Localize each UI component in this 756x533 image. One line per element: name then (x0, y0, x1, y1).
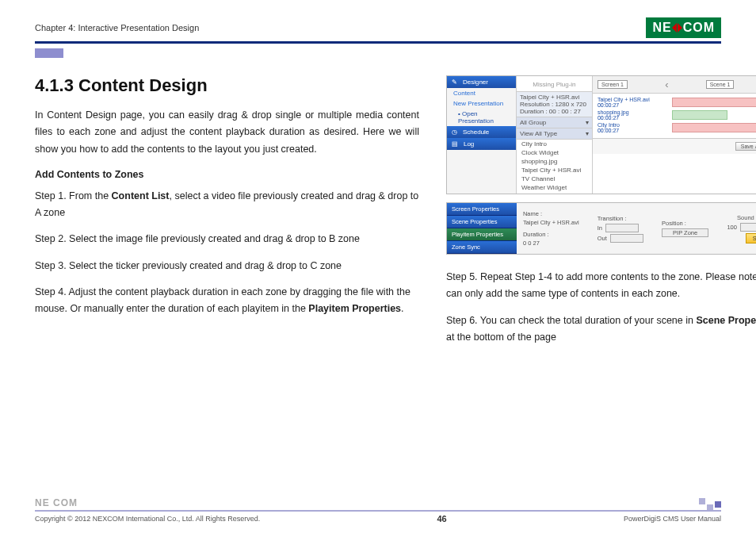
section-heading: 4.1.3 Content Design (35, 75, 419, 96)
right-column: Designer Content New Presentation • Open… (446, 75, 756, 355)
nexcom-logo: NECOM (646, 17, 721, 38)
nav-content[interactable]: Content (447, 88, 516, 98)
timeline-bar[interactable] (672, 98, 756, 107)
step-3: Step 3. Select the ticker previously cre… (35, 258, 419, 274)
duration-inputs[interactable]: 0 0 27 (523, 240, 586, 247)
step-5: Step 5. Repeat Step 1-4 to add more cont… (446, 269, 756, 303)
manual-title: PowerDigiS CMS User Manual (624, 515, 721, 523)
transition-in-select[interactable] (605, 224, 639, 232)
name-label: Name : (523, 210, 586, 217)
nav-log[interactable]: Log (447, 138, 516, 150)
step-6: Step 6. You can check the total duration… (446, 313, 756, 347)
timeline-bar[interactable] (672, 110, 727, 120)
info-resolution: Resolution : 1280 x 720 (520, 101, 589, 108)
nav-open-presentation[interactable]: • Open Presentation (447, 109, 516, 126)
name-value: Taipei City + HSR.avi (523, 219, 586, 226)
position-label: Position : (662, 220, 708, 227)
left-column: 4.1.3 Content Design In Content Design p… (35, 75, 419, 355)
step-2: Step 2. Select the image file previously… (35, 231, 419, 247)
screenshot-designer: Designer Content New Presentation • Open… (446, 75, 756, 194)
content-item[interactable]: Clock Widget (517, 148, 592, 157)
content-item[interactable]: Taipei City + HSR.avi (517, 166, 592, 174)
intro-paragraph: In Content Design page, you can easily d… (35, 107, 419, 158)
duration-label: Duration : (523, 231, 586, 238)
group-dropdown[interactable]: All Group (520, 119, 546, 126)
info-duration: Duration : 00 : 00 : 27 (520, 108, 589, 115)
content-item[interactable]: shopping.jpg (517, 157, 592, 166)
step-4: Step 4. Adjust the content playback dura… (35, 284, 419, 318)
tab-playitem-properties[interactable]: Playitem Properties (447, 228, 517, 241)
subheading: Add Contents to Zones (35, 169, 419, 180)
sound-slider[interactable] (740, 223, 756, 232)
sound-label: Sound Level : (737, 214, 756, 221)
footer-logo: NE COM (35, 497, 721, 508)
save-button[interactable]: Save (746, 233, 756, 243)
page-tab-marker (35, 48, 63, 58)
transition-out-select[interactable] (610, 234, 643, 243)
top-bar: Chapter 4: Interactive Presentation Desi… (35, 17, 721, 44)
step-1: Step 1. From the Content List, select a … (35, 188, 419, 222)
content-item[interactable]: Weather Widget (517, 183, 592, 192)
chapter-title: Chapter 4: Interactive Presentation Desi… (35, 23, 199, 33)
nav-designer[interactable]: Designer (447, 76, 516, 88)
timeline-bar[interactable] (672, 123, 756, 132)
missing-plugin-label: Missing Plug-in (517, 78, 592, 91)
nav-schedule[interactable]: Schedule (447, 126, 516, 138)
scene-thumb[interactable]: Scene 1 (706, 80, 735, 89)
type-dropdown[interactable]: View All Type (520, 130, 557, 137)
position-select[interactable]: PIP Zone (662, 228, 708, 237)
content-item[interactable]: TV Channel (517, 174, 592, 183)
copyright-text: Copyright © 2012 NEXCOM International Co… (35, 515, 260, 523)
screen-selector[interactable]: Screen 1 (598, 80, 628, 89)
tab-zone-sync[interactable]: Zone Sync (447, 241, 517, 254)
sound-value: 100 (727, 224, 737, 231)
save-exit-button[interactable]: Save & Exit (735, 142, 756, 151)
page-number: 46 (437, 514, 446, 523)
prev-arrow-icon[interactable]: ‹ (665, 79, 668, 90)
tab-scene-properties[interactable]: Scene Properties (447, 216, 517, 228)
screenshot-properties: Screen Properties Scene Properties Playi… (446, 202, 756, 255)
info-name: Taipei City + HSR.avi (520, 94, 589, 101)
tab-screen-properties[interactable]: Screen Properties (447, 203, 517, 216)
nav-new-presentation[interactable]: New Presentation (447, 98, 516, 109)
page-footer: NE COM Copyright © 2012 NEXCOM Internati… (35, 497, 721, 523)
transition-label: Transition : (598, 215, 651, 222)
content-item[interactable]: City Intro (517, 140, 592, 148)
